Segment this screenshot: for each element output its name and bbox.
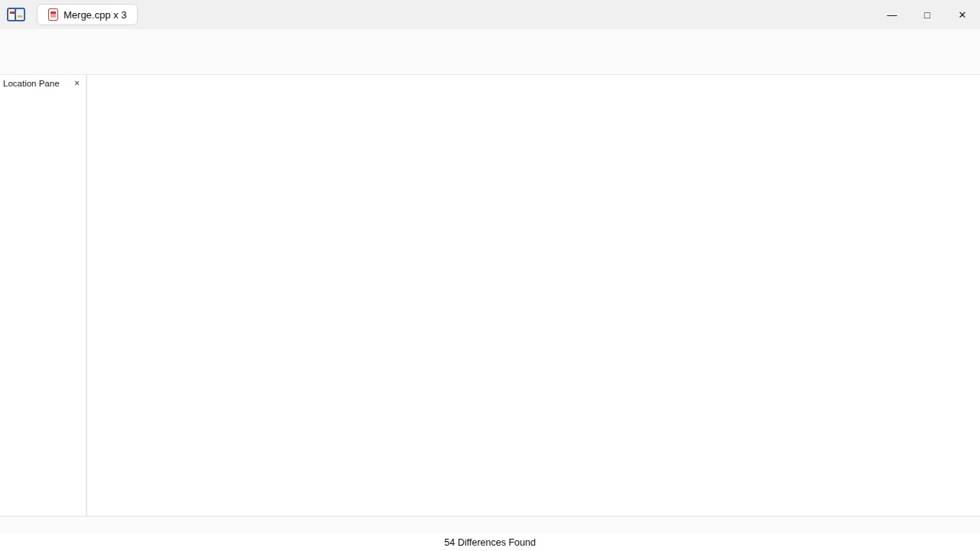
location-pane: Location Pane × [0, 75, 87, 516]
location-pane-close-button[interactable]: × [73, 78, 81, 89]
footer: 54 Differences Found [0, 534, 980, 551]
editor-panes [87, 75, 980, 516]
statusbar [0, 516, 980, 534]
minimize-button[interactable]: — [874, 0, 910, 29]
document-tab[interactable]: Merge.cpp x 3 [37, 4, 138, 25]
location-pane-title: Location Pane [3, 79, 60, 88]
toolbar [0, 51, 980, 75]
file-icon [48, 8, 58, 21]
tab-title: Merge.cpp x 3 [64, 9, 126, 21]
location-pane-map[interactable] [0, 92, 86, 516]
maximize-button[interactable]: □ [910, 0, 945, 29]
main-area: Location Pane × [0, 75, 980, 516]
menubar [0, 29, 980, 51]
location-pane-header: Location Pane × [0, 75, 86, 92]
close-button[interactable]: ✕ [945, 0, 980, 29]
titlebar: Merge.cpp x 3 — □ ✕ [0, 0, 980, 29]
differences-count: 54 Differences Found [444, 537, 535, 548]
app-icon [6, 5, 26, 24]
